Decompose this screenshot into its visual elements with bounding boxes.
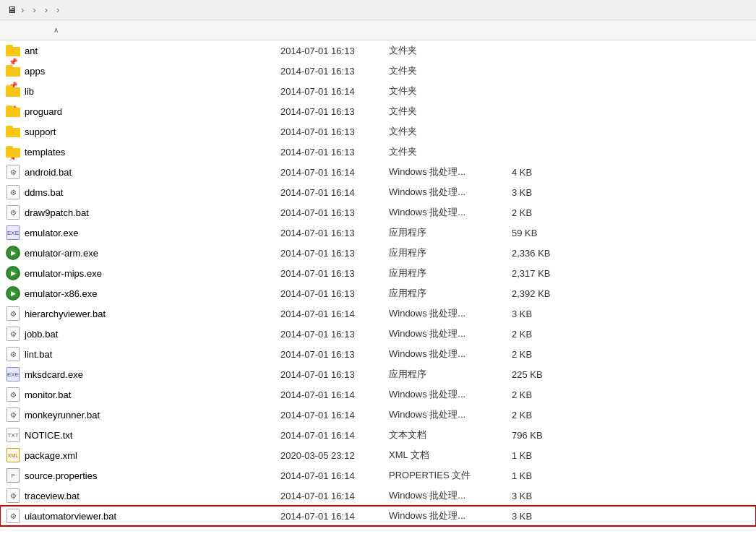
file-size: 2 KB: [506, 206, 578, 220]
file-icon-wrapper: [6, 64, 20, 78]
file-date: 2014-07-01 16:13: [275, 125, 383, 139]
file-date: 2014-07-01 16:14: [275, 307, 383, 321]
file-type: XML 文档: [383, 447, 506, 463]
file-type: 文件夹: [383, 124, 506, 139]
file-icon-wrapper: XML: [6, 448, 20, 462]
file-size: 2,336 KB: [506, 246, 578, 260]
file-name: monkeyrunner.bat: [25, 410, 100, 421]
breadcrumb-icon: 🖥: [7, 4, 17, 15]
col-header-type[interactable]: [383, 23, 506, 37]
file-size: 2 KB: [506, 327, 578, 341]
bat-icon: [7, 185, 20, 199]
folder-icon: [6, 45, 20, 56]
table-row[interactable]: android.bat 2014-07-01 16:14 Windows 批处理…: [0, 162, 756, 182]
table-row[interactable]: monkeyrunner.bat 2014-07-01 16:14 Window…: [0, 405, 756, 425]
file-type: 文本文档: [383, 427, 506, 443]
file-name: emulator-mips.exe: [25, 268, 102, 279]
table-row[interactable]: ▶ emulator-x86.exe 2014-07-01 16:13 应用程序…: [0, 283, 756, 303]
file-name-cell: jobb.bat: [0, 325, 275, 342]
file-type: Windows 批处理...: [383, 407, 506, 423]
file-date: 2014-07-01 16:13: [275, 226, 383, 240]
file-size: 4 KB: [506, 165, 578, 179]
file-icon-wrapper: [6, 84, 20, 98]
file-icon-wrapper: EXE: [6, 367, 20, 381]
file-name-cell: lib: [0, 82, 275, 100]
table-row[interactable]: lint.bat 2014-07-01 16:13 Windows 批处理...…: [0, 344, 756, 364]
file-size: 1 KB: [506, 469, 578, 483]
table-row[interactable]: TXT NOTICE.txt 2014-07-01 16:14 文本文档 796…: [0, 425, 756, 445]
table-row[interactable]: ddms.bat 2014-07-01 16:14 Windows 批处理...…: [0, 182, 756, 202]
file-icon-wrapper: [6, 408, 20, 422]
txt-icon: TXT: [7, 428, 20, 442]
table-row[interactable]: uiautomatorviewer.bat 2014-07-01 16:14 W…: [0, 506, 756, 526]
col-header-modified[interactable]: [275, 23, 383, 37]
table-row[interactable]: P source.properties 2014-07-01 16:14 PRO…: [0, 465, 756, 486]
file-name: lint.bat: [25, 349, 52, 360]
table-row[interactable]: monitor.bat 2014-07-01 16:14 Windows 批处理…: [0, 384, 756, 405]
col-header-name[interactable]: ∧: [0, 23, 275, 37]
file-type: Windows 批处理...: [383, 346, 506, 362]
bat-icon: [7, 205, 20, 220]
folder-icon: [6, 85, 20, 97]
file-type: 文件夹: [383, 63, 506, 79]
file-icon-wrapper: [6, 205, 20, 220]
table-row[interactable]: jobb.bat 2014-07-01 16:13 Windows 批处理...…: [0, 324, 756, 344]
file-date: 2014-07-01 16:14: [275, 428, 383, 442]
file-size: 2 KB: [506, 388, 578, 402]
file-name: lib: [25, 86, 34, 97]
file-date: 2014-07-01 16:13: [275, 64, 383, 78]
file-icon-wrapper: [6, 43, 20, 58]
file-size: [506, 150, 578, 153]
file-name: jobb.bat: [25, 329, 58, 340]
table-row[interactable]: EXE emulator.exe 2014-07-01 16:13 应用程序 5…: [0, 223, 756, 243]
explorer-body: ∧ ant 2014-07-01 16:13 文件夹 apps 2014-: [0, 20, 756, 533]
table-row[interactable]: XML package.xml 2020-03-05 23:12 XML 文档 …: [0, 445, 756, 465]
file-date: 2014-07-01 16:14: [275, 408, 383, 422]
file-name: ddms.bat: [25, 187, 63, 198]
file-date: 2014-07-01 16:14: [275, 85, 383, 98]
file-date: 2014-07-01 16:14: [275, 489, 383, 503]
file-name: source.properties: [25, 470, 97, 481]
file-icon-wrapper: [6, 327, 20, 341]
file-name-cell: EXE mksdcard.exe: [0, 366, 275, 383]
bat-icon: [7, 347, 20, 361]
table-row[interactable]: ▶ emulator-arm.exe 2014-07-01 16:13 应用程序…: [0, 243, 756, 263]
table-row[interactable]: apps 2014-07-01 16:13 文件夹: [0, 61, 756, 81]
file-name: monitor.bat: [25, 389, 71, 400]
prop-icon: P: [7, 468, 20, 483]
file-size: 225 KB: [506, 368, 578, 381]
file-icon-wrapper: [6, 509, 20, 523]
file-type: 文件夹: [383, 103, 506, 119]
table-row[interactable]: ant 2014-07-01 16:13 文件夹: [0, 40, 756, 61]
file-name: traceview.bat: [25, 491, 80, 501]
table-row[interactable]: EXE mksdcard.exe 2014-07-01 16:13 应用程序 2…: [0, 364, 756, 384]
table-row[interactable]: hierarchyviewer.bat 2014-07-01 16:14 Win…: [0, 303, 756, 324]
file-name-cell: ▶ emulator-x86.exe: [0, 285, 275, 302]
folder-icon: [6, 126, 20, 137]
file-icon-wrapper: P: [6, 468, 20, 483]
folder-icon: [6, 65, 20, 77]
file-type: Windows 批处理...: [383, 184, 506, 200]
table-row[interactable]: lib 2014-07-01 16:14 文件夹: [0, 81, 756, 101]
table-row[interactable]: draw9patch.bat 2014-07-01 16:13 Windows …: [0, 202, 756, 223]
col-header-size[interactable]: [506, 23, 578, 37]
file-name-cell: ddms.bat: [0, 184, 275, 201]
bat-icon: [7, 488, 20, 503]
file-size: 3 KB: [506, 307, 578, 321]
table-row[interactable]: proguard 2014-07-01 16:13 文件夹: [0, 101, 756, 121]
table-row[interactable]: traceview.bat 2014-07-01 16:14 Windows 批…: [0, 486, 756, 506]
file-name-cell: ▶ emulator-mips.exe: [0, 264, 275, 282]
table-row[interactable]: templates 2014-07-01 16:13 文件夹: [0, 142, 756, 162]
file-name: uiautomatorviewer.bat: [25, 511, 116, 522]
file-date: 2014-07-01 16:13: [275, 246, 383, 260]
sort-arrow-name: ∧: [53, 26, 59, 34]
table-row[interactable]: support 2014-07-01 16:13 文件夹: [0, 121, 756, 142]
exe-icon: EXE: [7, 367, 20, 381]
column-headers: ∧: [0, 20, 756, 40]
file-icon-wrapper: [6, 165, 20, 179]
file-type: Windows 批处理...: [383, 488, 506, 504]
file-date: 2014-07-01 16:13: [275, 327, 383, 341]
file-type: 文件夹: [383, 43, 506, 59]
table-row[interactable]: ▶ emulator-mips.exe 2014-07-01 16:13 应用程…: [0, 263, 756, 283]
file-name-cell: XML package.xml: [0, 447, 275, 464]
